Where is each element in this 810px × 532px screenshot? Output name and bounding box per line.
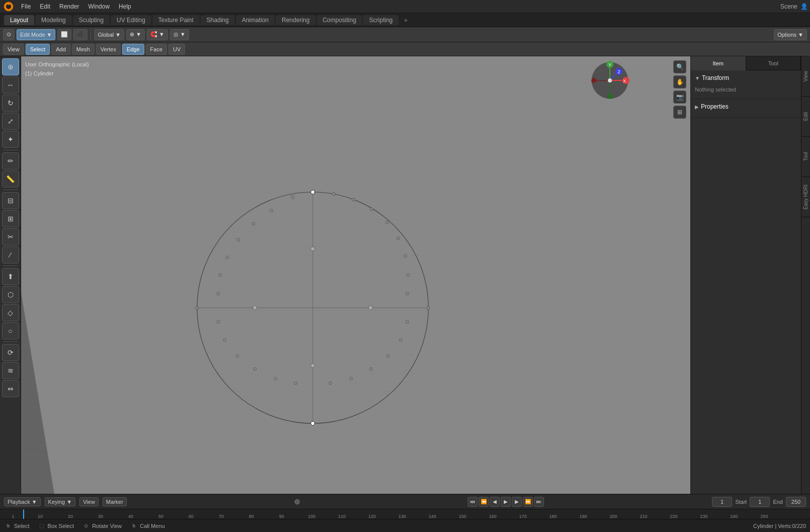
add-workspace-tab[interactable]: +: [400, 15, 412, 26]
step-back-btn[interactable]: ◀: [490, 497, 500, 507]
edit-mode-dropdown[interactable]: Edit Mode ▼: [17, 29, 55, 40]
select-label: Select: [14, 523, 30, 529]
edit-select-btn[interactable]: Select: [26, 44, 50, 55]
step-forward-btn[interactable]: ▶: [512, 497, 522, 507]
spin-tool[interactable]: ⟳: [2, 344, 19, 361]
menu-window[interactable]: Window: [84, 2, 114, 11]
end-frame-input[interactable]: [786, 497, 806, 507]
tab-texture-paint[interactable]: Texture Paint: [152, 15, 200, 25]
frame-ruler[interactable]: 1102030405060708090100110120130140150160…: [0, 509, 810, 519]
rp-tab-item[interactable]: Item: [691, 56, 746, 70]
transform-section: ▼ Transform Nothing selected: [691, 70, 801, 99]
rotate-tool[interactable]: ↻: [2, 95, 19, 112]
viewport-view-label: User Orthographic (Local): [25, 60, 89, 69]
bisect-tool[interactable]: ∕: [2, 246, 19, 263]
edit-edge-btn[interactable]: Edge: [122, 44, 144, 55]
svg-point-54: [591, 78, 596, 83]
knife-tool[interactable]: ✂: [2, 228, 19, 245]
edit-add-btn[interactable]: Add: [51, 44, 70, 55]
rp-tab-tool[interactable]: Tool: [746, 56, 801, 70]
pan-btn[interactable]: ✋: [673, 75, 686, 88]
cursor-tool[interactable]: ⊕: [2, 58, 19, 75]
next-keyframe-btn[interactable]: ⏩: [523, 497, 533, 507]
inset-tool[interactable]: ⬡: [2, 286, 19, 303]
smooth-tool[interactable]: ≋: [2, 362, 19, 379]
edit-vertex-btn[interactable]: Vertex: [96, 44, 121, 55]
menu-file[interactable]: File: [17, 2, 35, 11]
tab-compositing[interactable]: Compositing: [317, 15, 363, 25]
menu-render[interactable]: Render: [55, 2, 83, 11]
tab-shading[interactable]: Shading: [201, 15, 235, 25]
proportional-edit[interactable]: ◎ ▼: [170, 29, 189, 40]
frame-marker-30: 30: [91, 514, 111, 519]
tab-rendering[interactable]: Rendering: [276, 15, 315, 25]
frame-marker-20: 20: [60, 514, 80, 519]
move-tool[interactable]: ↔: [2, 76, 19, 94]
annotate-tool[interactable]: ✏: [2, 152, 19, 169]
transform-tool[interactable]: ✦: [2, 131, 19, 148]
mouse-left-icon: 🖱: [4, 522, 12, 530]
tab-modeling[interactable]: Modeling: [35, 15, 72, 25]
tab-animation[interactable]: Animation: [236, 15, 275, 25]
tab-uv-editing[interactable]: UV Editing: [111, 15, 151, 25]
call-menu-label: Call Menu: [140, 523, 165, 529]
scale-tool[interactable]: ⤢: [2, 113, 19, 130]
tab-scripting[interactable]: Scripting: [363, 15, 399, 25]
status-bar: 🖱 Select ⬚ Box Select ⊙ Rotate View 🖱 Ca…: [0, 519, 810, 532]
view-btn[interactable]: View: [79, 497, 99, 506]
end-label: End: [773, 499, 783, 505]
marker-btn[interactable]: Marker: [103, 497, 127, 506]
edit-face-btn[interactable]: Face: [146, 44, 167, 55]
xray-btn[interactable]: ⬛: [73, 29, 87, 40]
edit-uv-btn[interactable]: UV: [168, 44, 185, 55]
viewport[interactable]: User Orthographic (Local) (1) Cylinder X…: [21, 56, 690, 494]
tab-layout[interactable]: Layout: [4, 15, 34, 25]
viewport-background: [21, 56, 690, 494]
grid-btn[interactable]: ⊞: [673, 106, 686, 119]
hdri-panel-btn[interactable]: Easy HDRI: [801, 177, 810, 217]
frame-marker-60: 60: [181, 514, 201, 519]
frame-marker-80: 80: [241, 514, 261, 519]
jump-start-btn[interactable]: ⏮: [468, 497, 478, 507]
transform-section-header[interactable]: ▼ Transform: [695, 74, 797, 81]
options-btn[interactable]: Options ▼: [774, 29, 807, 40]
start-frame-input[interactable]: [750, 497, 770, 507]
tab-sculpting[interactable]: Sculpting: [73, 15, 110, 25]
playback-btn[interactable]: Playback ▼: [4, 497, 41, 506]
camera-btn[interactable]: 📷: [673, 91, 686, 104]
keying-btn[interactable]: Keying ▼: [45, 497, 76, 506]
edge-slide-tool[interactable]: ⇔: [2, 380, 19, 397]
pivot-point[interactable]: ⊕ ▼: [126, 29, 145, 40]
jump-end-btn[interactable]: ⏭: [534, 497, 544, 507]
status-select: 🖱 Select: [4, 522, 30, 530]
tool-panel-btn[interactable]: Tool: [801, 137, 810, 177]
viewport-shading-icons[interactable]: ⊙: [3, 29, 15, 40]
edit-view-btn[interactable]: View: [3, 44, 24, 55]
bevel-tool[interactable]: ◇: [2, 304, 19, 321]
loop-tool[interactable]: ○: [2, 322, 19, 339]
frame-marker-220: 220: [664, 514, 684, 519]
properties-section-header[interactable]: ▶ Properties: [695, 103, 797, 110]
snap-toggle[interactable]: 🧲 ▼: [147, 29, 168, 40]
zoom-in-btn[interactable]: 🔍: [673, 60, 686, 73]
offset-edge-loop[interactable]: ⊞: [2, 210, 19, 227]
navigation-gizmo[interactable]: X Y Z: [590, 60, 630, 101]
transform-orientation[interactable]: Global ▼: [94, 29, 124, 40]
options-arrow-icon: ▼: [798, 32, 803, 38]
play-btn[interactable]: ▶: [501, 497, 511, 507]
prev-keyframe-btn[interactable]: ⏪: [479, 497, 489, 507]
menu-help[interactable]: Help: [115, 2, 135, 11]
svg-text:Y: Y: [608, 62, 611, 67]
edit-mesh-btn[interactable]: Mesh: [72, 44, 95, 55]
extrude-tool[interactable]: ⬆: [2, 268, 19, 285]
nothing-selected-label: Nothing selected: [695, 84, 797, 95]
current-frame-input[interactable]: [712, 497, 732, 507]
measure-tool[interactable]: 📏: [2, 170, 19, 188]
overlay-btn[interactable]: ⬜: [57, 29, 71, 40]
menu-edit[interactable]: Edit: [36, 2, 54, 11]
view-panel-btn[interactable]: View: [801, 56, 810, 97]
top-menu-bar: File Edit Render Window Help Scene 👤: [0, 0, 810, 13]
loop-cut-tool[interactable]: ⊟: [2, 192, 19, 209]
frame-marker-140: 140: [422, 514, 442, 519]
edit-panel-btn[interactable]: Edit: [801, 97, 810, 137]
